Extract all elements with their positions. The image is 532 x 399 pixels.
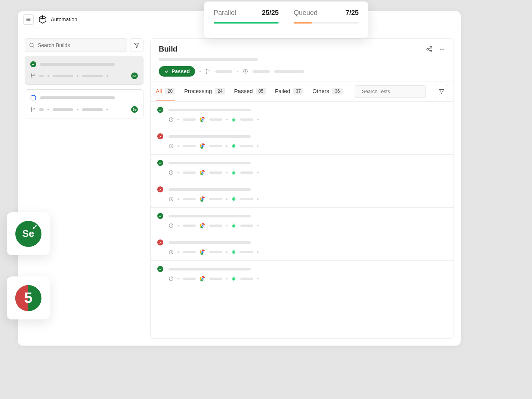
parallel-label: Parallel	[214, 9, 236, 17]
status-queued: Queued 7/25	[294, 9, 359, 32]
content: Se Se Build	[18, 28, 461, 346]
android-icon	[231, 276, 236, 281]
menu-icon	[25, 16, 31, 22]
clock-icon	[168, 250, 174, 255]
svg-point-30	[201, 118, 203, 120]
build-subtitle-placeholder	[159, 58, 258, 61]
android-icon	[231, 143, 236, 149]
clock-icon	[168, 223, 174, 228]
chrome-icon	[200, 117, 205, 123]
selenium-logo-icon: Se	[15, 221, 41, 247]
tab-count: 37	[293, 88, 303, 95]
chrome-icon	[200, 143, 205, 149]
svg-marker-26	[439, 89, 444, 94]
android-icon	[231, 170, 236, 175]
filter-icon	[134, 42, 140, 48]
more-icon[interactable]	[439, 46, 445, 53]
android-icon	[231, 223, 236, 228]
svg-marker-5	[134, 43, 139, 48]
chrome-icon	[200, 196, 205, 202]
app-title: Automation	[51, 16, 77, 22]
svg-point-17	[440, 49, 440, 49]
selenium-card: Se	[7, 212, 50, 255]
clock-icon	[168, 170, 174, 175]
search-icon	[29, 42, 35, 48]
svg-point-9	[31, 107, 32, 108]
svg-point-11	[34, 108, 34, 109]
svg-line-16	[428, 50, 430, 51]
android-icon	[231, 250, 236, 255]
selenium-badge-icon: Se	[131, 106, 138, 113]
search-tests-input[interactable]	[362, 89, 425, 94]
status-failed-icon	[157, 133, 163, 139]
search-builds-input[interactable]	[38, 42, 123, 48]
logo-icon	[38, 15, 47, 24]
test-row[interactable]	[151, 102, 454, 128]
queued-bar	[294, 22, 312, 24]
tab-count: 05	[256, 88, 266, 95]
test-list	[151, 102, 454, 287]
test-row[interactable]	[151, 261, 454, 287]
share-icon[interactable]	[426, 46, 433, 53]
test-row[interactable]	[151, 128, 454, 155]
clock-icon	[243, 69, 248, 74]
queued-value: 7/25	[346, 9, 359, 17]
svg-line-15	[428, 47, 430, 49]
android-icon	[231, 117, 236, 122]
build-meta-row: Passed	[159, 66, 445, 77]
status-passed-icon	[157, 107, 163, 113]
app-logo: Automation	[38, 15, 77, 24]
svg-point-22	[209, 70, 210, 71]
queued-label: Queued	[294, 9, 318, 17]
build-title: Build	[159, 45, 177, 53]
status-passed-icon	[157, 266, 163, 272]
svg-point-8	[34, 75, 34, 75]
android-icon	[231, 197, 236, 202]
clock-icon	[168, 117, 174, 122]
svg-line-4	[33, 46, 34, 47]
tabs-row: All20Processing24Passed05Failed37Others3…	[151, 81, 454, 102]
main-window: Automation	[18, 11, 461, 346]
status-failed-icon	[157, 186, 163, 192]
sidebar-filter-button[interactable]	[130, 38, 143, 52]
build-status-label: Passed	[171, 68, 190, 74]
tests-filter-button[interactable]	[435, 85, 448, 98]
svg-point-50	[201, 225, 203, 226]
status-card: Parallel 25/25 Queued 7/25	[204, 1, 368, 38]
tab-failed[interactable]: Failed37	[275, 82, 303, 101]
search-builds-box[interactable]	[25, 38, 127, 52]
svg-point-46	[201, 198, 203, 200]
svg-point-20	[206, 69, 207, 70]
chrome-icon	[200, 170, 205, 176]
svg-point-3	[30, 43, 33, 47]
build-status-pill: Passed	[159, 66, 195, 77]
clock-icon	[168, 197, 174, 202]
test-row[interactable]	[151, 208, 454, 234]
branch-icon	[205, 69, 211, 74]
header-actions	[426, 46, 445, 53]
status-failed-icon	[157, 239, 163, 245]
svg-point-12	[430, 46, 432, 48]
branch-icon	[30, 107, 35, 112]
status-loading-icon	[30, 95, 36, 101]
svg-point-13	[427, 48, 429, 50]
test-row[interactable]	[151, 234, 454, 261]
svg-point-19	[443, 49, 444, 49]
build-header: Build Passed	[151, 39, 454, 81]
chrome-icon	[200, 249, 205, 255]
tab-passed[interactable]: Passed05	[234, 82, 266, 101]
tab-count: 36	[332, 88, 342, 95]
tab-all[interactable]: All20	[156, 82, 175, 101]
clock-icon	[168, 276, 174, 281]
tab-others[interactable]: Others36	[312, 82, 342, 101]
tab-processing[interactable]: Processing24	[184, 82, 225, 101]
test-row[interactable]	[151, 155, 454, 181]
build-card[interactable]: Se	[25, 89, 143, 118]
menu-button[interactable]	[23, 14, 34, 25]
search-tests-box[interactable]	[355, 85, 426, 98]
build-card[interactable]: Se	[25, 56, 143, 85]
status-passed-icon	[30, 61, 36, 67]
chrome-icon	[200, 276, 205, 282]
test-row[interactable]	[151, 181, 454, 208]
svg-point-18	[442, 49, 442, 49]
